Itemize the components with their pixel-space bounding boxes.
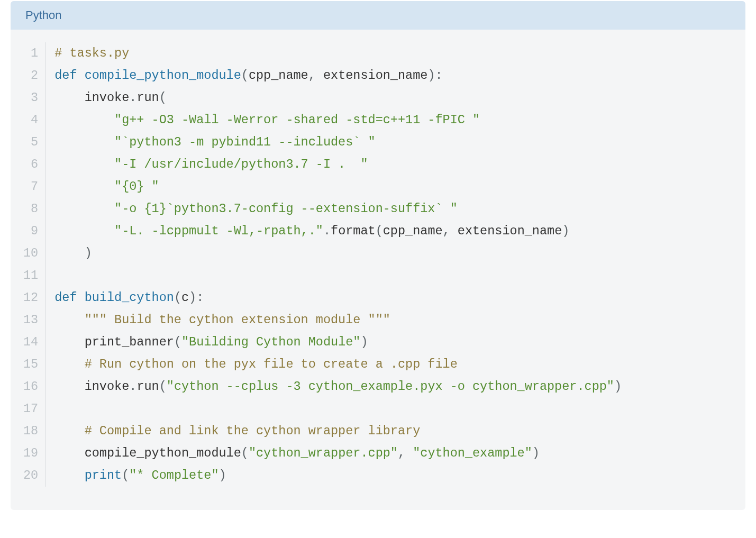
line-number: 16 xyxy=(23,376,38,398)
line-number-gutter: 1234567891011121314151617181920 xyxy=(23,42,46,487)
line-number: 12 xyxy=(23,287,38,309)
code-block: Python 1234567891011121314151617181920 #… xyxy=(11,1,745,510)
code-line: # Run cython on the pyx file to create a… xyxy=(54,353,733,376)
line-number: 11 xyxy=(23,265,38,287)
code-line: ) xyxy=(54,242,733,265)
line-number: 3 xyxy=(23,87,38,109)
line-number: 20 xyxy=(23,464,38,487)
code-line: # tasks.py xyxy=(54,42,733,65)
code-line: invoke.run("cython --cplus -3 cython_exa… xyxy=(54,376,733,398)
code-line: "`python3 -m pybind11 --includes` " xyxy=(54,131,733,153)
code-line: "g++ -O3 -Wall -Werror -shared -std=c++1… xyxy=(54,109,733,131)
line-number: 5 xyxy=(23,131,38,153)
line-number: 7 xyxy=(23,176,38,198)
code-line: def build_cython(c): xyxy=(54,287,733,309)
code-line: "-L. -lcppmult -Wl,-rpath,.".format(cpp_… xyxy=(54,220,733,242)
code-line: "-o {1}`python3.7-config --extension-suf… xyxy=(54,198,733,220)
code-line xyxy=(54,398,733,420)
line-number: 1 xyxy=(23,42,38,65)
code-line: invoke.run( xyxy=(54,87,733,109)
line-number: 8 xyxy=(23,198,38,220)
line-number: 19 xyxy=(23,442,38,464)
language-label: Python xyxy=(25,8,62,22)
code-line: compile_python_module("cython_wrapper.cp… xyxy=(54,442,733,464)
code-line: print("* Complete") xyxy=(54,464,733,487)
line-number: 6 xyxy=(23,153,38,176)
line-number: 17 xyxy=(23,398,38,420)
code-content[interactable]: # tasks.pydef compile_python_module(cpp_… xyxy=(46,42,733,487)
code-line: print_banner("Building Cython Module") xyxy=(54,331,733,353)
line-number: 9 xyxy=(23,220,38,242)
line-number: 10 xyxy=(23,242,38,265)
line-number: 15 xyxy=(23,353,38,376)
language-header: Python xyxy=(11,1,745,30)
code-body: 1234567891011121314151617181920 # tasks.… xyxy=(11,30,745,510)
code-line: """ Build the cython extension module ""… xyxy=(54,309,733,331)
line-number: 18 xyxy=(23,420,38,442)
code-line: "-I /usr/include/python3.7 -I . " xyxy=(54,153,733,176)
line-number: 13 xyxy=(23,309,38,331)
code-line: # Compile and link the cython wrapper li… xyxy=(54,420,733,442)
code-line: def compile_python_module(cpp_name, exte… xyxy=(54,65,733,87)
code-line xyxy=(54,265,733,287)
line-number: 2 xyxy=(23,65,38,87)
line-number: 4 xyxy=(23,109,38,131)
code-line: "{0} " xyxy=(54,176,733,198)
line-number: 14 xyxy=(23,331,38,353)
